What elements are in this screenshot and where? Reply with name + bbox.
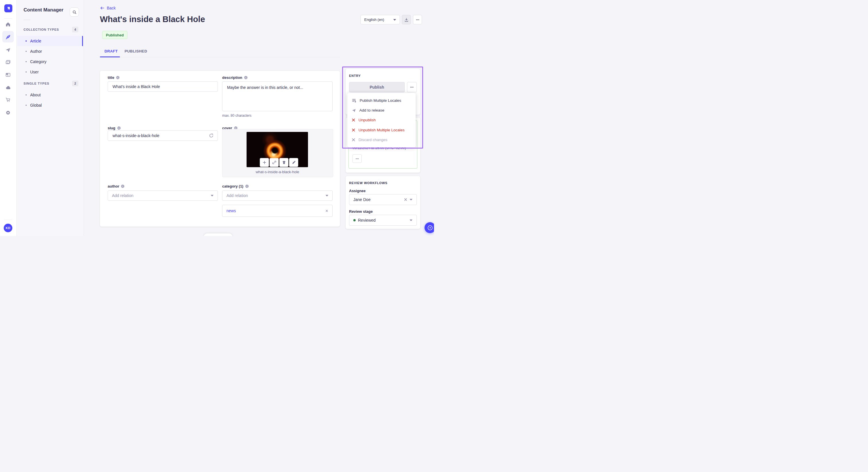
cover-actions-toolbar [260, 158, 298, 167]
menu-item-label: Add to release [360, 108, 384, 112]
category-relation-item: news ✕ [222, 205, 333, 217]
add-media-button[interactable] [260, 158, 269, 167]
subnav-item-user[interactable]: User [17, 67, 83, 77]
author-placeholder: Add relation [112, 193, 133, 198]
description-field-label: description [222, 75, 248, 80]
review-stage-select[interactable]: Reviewed [349, 215, 417, 226]
subnav-item-global[interactable]: Global [17, 100, 83, 110]
cover-filename: what-s-inside-a-black-hole [222, 170, 333, 174]
main-nav-rail: KD [0, 0, 17, 236]
bullet-icon [26, 61, 27, 62]
globe-icon [121, 184, 125, 188]
subnav-title: Content Manager [24, 7, 63, 13]
description-textarea[interactable]: Maybe the answer is in this article, or … [222, 81, 333, 111]
layout-icon [5, 72, 11, 78]
menu-item-unpublish-multiple-locales[interactable]: Unpublish Multiple Locales [347, 125, 415, 135]
header-more-button[interactable] [413, 15, 422, 24]
sidebar-item-releases[interactable] [2, 44, 14, 56]
home-icon [5, 22, 11, 27]
menu-item-add-to-release[interactable]: Add to release [347, 105, 415, 115]
sidebar-item-home[interactable] [2, 19, 14, 30]
chevron-down-icon [326, 195, 329, 196]
gear-icon [5, 110, 11, 115]
remove-relation-icon[interactable]: ✕ [325, 209, 329, 213]
relation-link-news[interactable]: news [226, 208, 236, 213]
subnav-item-label: Article [30, 39, 41, 43]
menu-item-unpublish[interactable]: Unpublish [347, 115, 415, 125]
stage-status-dot [353, 219, 355, 222]
tab-draft[interactable]: DRAFT [104, 49, 118, 53]
entry-more-button[interactable] [407, 82, 417, 92]
regenerate-slug-button[interactable] [209, 133, 214, 138]
sidebar-item-media-library[interactable] [2, 57, 14, 68]
question-mark-icon: ? [427, 225, 433, 231]
back-link[interactable]: Back [100, 6, 116, 10]
arrow-left-icon [100, 6, 104, 10]
paper-plane-icon [352, 108, 356, 113]
subnav-item-article[interactable]: Article [17, 36, 83, 46]
strapi-logo[interactable] [4, 4, 12, 12]
copy-link-button[interactable] [270, 158, 279, 167]
svg-text:?: ? [429, 226, 431, 229]
menu-item-label: Unpublish [359, 118, 376, 122]
pencil-icon [291, 160, 296, 165]
export-button[interactable] [402, 15, 411, 24]
subnav-item-about[interactable]: About [17, 90, 83, 100]
menu-item-publish-multiple-locales[interactable]: Publish Multiple Locales [347, 96, 415, 105]
cart-icon [5, 97, 11, 103]
assignee-select[interactable]: Jane Doe [349, 194, 417, 205]
delete-media-button[interactable] [279, 158, 288, 167]
trash-icon [282, 160, 286, 165]
subnav-item-label: About [30, 93, 41, 97]
entry-actions-menu: Publish Multiple Locales Add to release … [347, 93, 415, 147]
locale-value: English (en) [364, 18, 384, 22]
subnav-item-label: Category [30, 59, 46, 64]
subnav-item-category[interactable]: Category [17, 57, 83, 67]
field-label-text: title [107, 75, 114, 80]
collection-types-count: 4 [72, 27, 79, 32]
category-placeholder: Add relation [226, 193, 248, 198]
category-field-label: category (1) [222, 184, 249, 189]
field-label-text: slug [107, 126, 115, 130]
sidebar-item-marketplace[interactable] [2, 94, 14, 105]
title-input[interactable] [107, 81, 218, 92]
subnav-item-label: User [30, 70, 39, 74]
author-relation-select[interactable]: Add relation [107, 191, 218, 201]
x-icon [352, 118, 355, 122]
slug-input[interactable] [107, 131, 218, 141]
more-dots-icon [410, 85, 414, 90]
sidebar-item-content-manager[interactable] [2, 31, 14, 42]
subnav-item-author[interactable]: Author [17, 46, 83, 57]
release-more-button[interactable] [352, 154, 362, 163]
publish-button[interactable]: Publish [349, 82, 405, 92]
section-single-types: SINGLE TYPES [24, 82, 50, 85]
x-icon [352, 138, 355, 142]
menu-item-discard-changes[interactable]: Discard changes [347, 135, 415, 145]
category-relation-select[interactable]: Add relation [222, 191, 333, 201]
subnav-item-label: Author [30, 49, 42, 54]
bullet-icon [26, 51, 27, 52]
edit-media-button[interactable] [289, 158, 298, 167]
user-avatar[interactable]: KD [4, 224, 12, 232]
clear-icon[interactable] [404, 198, 407, 201]
sidebar-item-settings[interactable] [2, 107, 14, 119]
sidebar-item-deployments[interactable] [2, 82, 14, 93]
locale-select[interactable]: English (en) [361, 15, 400, 24]
chevron-down-icon [393, 19, 396, 21]
search-button[interactable] [70, 7, 79, 16]
back-label: Back [107, 6, 116, 10]
strapi-logo-icon [5, 5, 11, 11]
bottom-action-bar-peek [204, 233, 232, 236]
help-button[interactable]: ? [425, 222, 434, 233]
assignee-value: Jane Doe [353, 197, 371, 202]
field-label-text: description [222, 75, 242, 80]
globe-icon [117, 126, 121, 130]
more-dots-icon [355, 157, 360, 161]
review-workflows-heading: REVIEW WORKFLOWS [349, 181, 388, 185]
download-icon [404, 18, 409, 22]
tab-published[interactable]: PUBLISHED [125, 49, 147, 53]
chevron-down-icon [410, 220, 412, 221]
field-label-text: author [107, 184, 119, 189]
sidebar-item-content-type-builder[interactable] [2, 69, 14, 80]
list-plus-icon [352, 98, 356, 103]
